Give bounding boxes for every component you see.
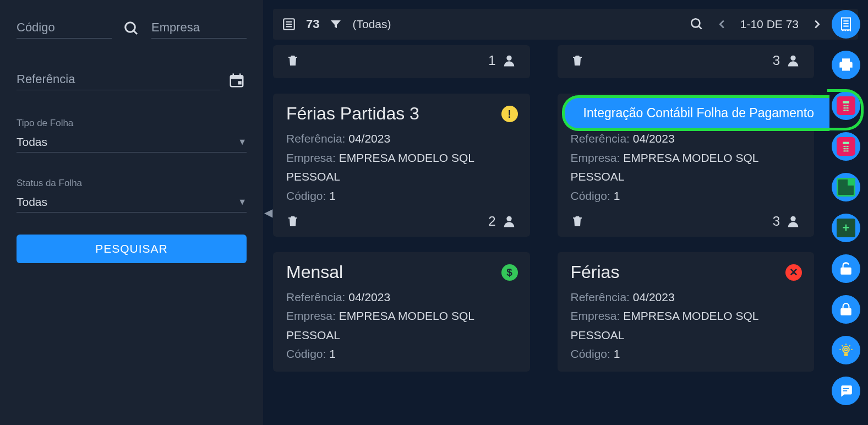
fab-lock[interactable] xyxy=(832,295,860,324)
reference-label: Referência xyxy=(17,72,220,86)
person-icon[interactable] xyxy=(501,214,517,229)
svg-line-53 xyxy=(842,345,843,346)
card-title: Mensal xyxy=(286,262,517,282)
card-count: 3 xyxy=(773,53,780,68)
calendar-icon[interactable] xyxy=(227,70,247,90)
fab-idea[interactable] xyxy=(832,336,860,364)
warning-icon: ! xyxy=(501,106,518,122)
delete-icon[interactable] xyxy=(571,54,584,67)
svg-rect-4 xyxy=(238,81,242,84)
card-count: 2 xyxy=(488,214,495,229)
chevron-down-icon: ▼ xyxy=(238,197,247,207)
filter-icon[interactable] xyxy=(329,18,342,31)
folha-status-select[interactable]: Todas ▼ xyxy=(17,192,247,212)
delete-icon[interactable] xyxy=(286,215,299,228)
svg-point-40 xyxy=(843,146,845,148)
card[interactable]: 1 xyxy=(273,45,530,78)
person-icon[interactable] xyxy=(785,53,801,68)
svg-line-54 xyxy=(849,345,850,346)
fab-unlock[interactable] xyxy=(832,254,860,283)
company-label: Empresa xyxy=(151,20,247,35)
toolbar-search-icon[interactable] xyxy=(690,17,704,31)
calculator-icon xyxy=(837,137,855,156)
tooltip-text: Integração Contábil Folha de Pagamento xyxy=(583,106,814,121)
card-meta: Referência: 04/2023 Empresa: EMPRESA MOD… xyxy=(571,129,801,206)
search-icon[interactable] xyxy=(122,19,141,39)
tooltip-highlight-frame xyxy=(827,89,864,130)
note-icon xyxy=(837,178,855,197)
person-icon[interactable] xyxy=(501,53,517,68)
toolbar: 73 (Todas) 1-10 DE 73 xyxy=(273,9,858,40)
chevron-down-icon: ▼ xyxy=(238,137,247,147)
fab-calculator[interactable] xyxy=(832,132,860,161)
fab-add[interactable]: + xyxy=(832,214,860,242)
search-button[interactable]: PESQUISAR xyxy=(17,235,247,263)
fab-note[interactable] xyxy=(832,173,860,201)
svg-line-1 xyxy=(134,31,137,34)
svg-point-43 xyxy=(843,148,845,150)
folha-type-label: Tipo de Folha xyxy=(17,118,247,129)
next-page-icon[interactable] xyxy=(811,18,823,30)
result-count: 73 xyxy=(306,17,319,31)
svg-point-49 xyxy=(843,346,849,353)
filter-sidebar: Código Empresa Referência Tipo de Folha … xyxy=(0,0,263,425)
fab-print[interactable] xyxy=(832,51,860,79)
folha-type-value: Todas xyxy=(17,135,47,149)
card[interactable]: 3 xyxy=(558,45,815,78)
svg-point-41 xyxy=(845,146,847,148)
delete-icon[interactable] xyxy=(571,215,584,228)
svg-point-0 xyxy=(125,23,135,32)
card-meta: Referência: 04/2023 Empresa: EMPRESA MOD… xyxy=(571,288,801,364)
pager-text: 1-10 DE 73 xyxy=(740,18,799,31)
main-content: 73 (Todas) 1-10 DE 73 xyxy=(263,0,868,425)
money-icon: $ xyxy=(501,264,518,281)
svg-point-45 xyxy=(847,148,849,150)
list-icon[interactable] xyxy=(282,17,296,31)
card-meta: Referência: 04/2023 Empresa: EMPRESA MOD… xyxy=(286,129,517,206)
code-label: Código xyxy=(17,20,112,35)
error-icon: ✕ xyxy=(785,264,802,281)
prev-page-icon[interactable] xyxy=(716,18,728,30)
reference-field[interactable]: Referência xyxy=(17,72,220,90)
card-count: 1 xyxy=(488,53,495,68)
fab-receipt[interactable] xyxy=(832,10,860,39)
svg-line-12 xyxy=(698,26,701,29)
svg-point-46 xyxy=(843,150,845,152)
filter-label: (Todas) xyxy=(352,18,391,31)
delete-icon[interactable] xyxy=(286,54,299,67)
folha-status-label: Status da Folha xyxy=(17,178,247,189)
person-icon[interactable] xyxy=(785,214,801,229)
fab-column: + xyxy=(832,10,860,405)
card-count: 3 xyxy=(773,214,780,229)
card[interactable]: ✕ Férias Referência: 04/2023 Empresa: EM… xyxy=(558,252,815,372)
card-meta: Referência: 04/2023 Empresa: EMPRESA MOD… xyxy=(286,288,517,364)
svg-point-48 xyxy=(847,150,849,152)
svg-point-44 xyxy=(845,148,847,150)
svg-point-21 xyxy=(506,216,511,221)
card[interactable]: ! Férias Partidas 3 Referência: 04/2023 … xyxy=(273,94,530,237)
svg-point-22 xyxy=(790,216,795,221)
svg-rect-39 xyxy=(843,142,849,144)
card[interactable]: $ Mensal Referência: 04/2023 Empresa: EM… xyxy=(273,252,530,372)
folha-type-select[interactable]: Todas ▼ xyxy=(17,132,247,152)
code-field[interactable]: Código xyxy=(17,20,112,39)
svg-point-20 xyxy=(790,56,795,61)
svg-point-19 xyxy=(506,56,511,61)
svg-point-11 xyxy=(691,19,700,27)
svg-point-42 xyxy=(847,146,849,148)
svg-point-55 xyxy=(845,348,848,351)
plus-icon: + xyxy=(837,219,855,237)
card-title: Férias Partidas 3 xyxy=(286,103,517,124)
svg-point-47 xyxy=(845,150,847,152)
integration-tooltip: Integração Contábil Folha de Pagamento xyxy=(562,95,829,131)
company-field[interactable]: Empresa xyxy=(151,20,247,39)
card-title: Férias xyxy=(571,262,801,282)
fab-chat[interactable] xyxy=(832,377,860,405)
svg-rect-3 xyxy=(231,75,243,79)
folha-status-value: Todas xyxy=(17,195,47,209)
